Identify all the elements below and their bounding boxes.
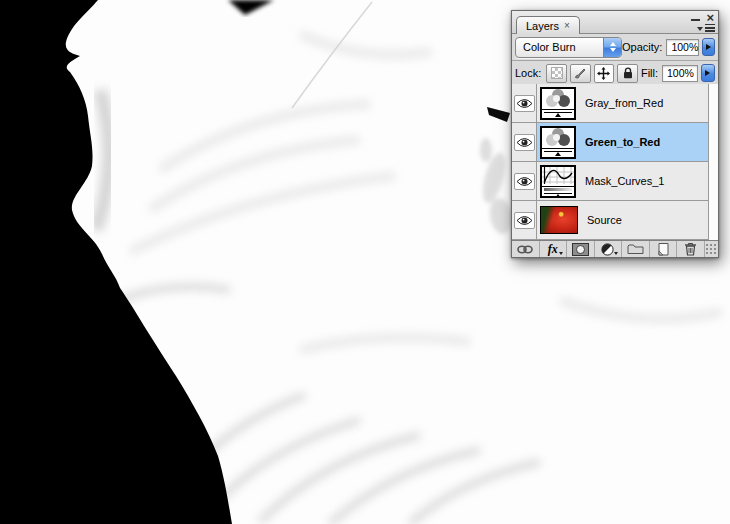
new-layer-icon <box>656 242 669 256</box>
link-layers-button[interactable] <box>512 241 540 257</box>
eye-icon <box>516 98 533 109</box>
curves-icon <box>542 167 574 184</box>
eye-toggle[interactable] <box>514 95 535 112</box>
panel-menu-button[interactable] <box>697 24 715 32</box>
folder-icon <box>627 243 644 255</box>
transparency-icon <box>551 67 563 79</box>
lock-all-button[interactable] <box>617 64 638 83</box>
chevron-down-icon <box>697 27 703 31</box>
layer-row-green-to-red[interactable]: Green_to_Red <box>512 123 708 162</box>
new-layer-button[interactable] <box>650 241 678 257</box>
eye-toggle[interactable] <box>514 212 535 229</box>
visibility-cell[interactable] <box>512 201 537 239</box>
visibility-cell[interactable] <box>512 162 537 200</box>
opacity-input[interactable]: 100% <box>666 39 699 56</box>
channel-mixer-thumbnail[interactable] <box>540 87 576 120</box>
fill-slider-button[interactable] <box>701 64 715 82</box>
channel-mixer-thumbnail[interactable] <box>540 126 576 159</box>
panel-controls: Color Burn Opacity: 100% Lock: <box>512 34 718 84</box>
close-icon[interactable]: × <box>706 13 714 23</box>
layer-style-button[interactable]: fx <box>540 241 568 257</box>
trash-icon <box>684 242 697 256</box>
layer-mask-icon <box>572 243 589 256</box>
tab-layers-label: Layers <box>526 20 559 32</box>
panel-tab-bar: Layers × × <box>512 11 718 34</box>
layer-row-mask-curves[interactable]: Mask_Curves_1 <box>512 162 708 201</box>
lock-position-button[interactable] <box>594 64 615 83</box>
resize-grip[interactable] <box>705 243 717 255</box>
eye-icon <box>516 176 533 187</box>
layer-row-source[interactable]: Source <box>512 201 708 240</box>
tab-layers[interactable]: Layers × <box>516 16 580 34</box>
menu-lines-icon <box>705 24 715 32</box>
opacity-slider-button[interactable] <box>702 38 715 56</box>
move-icon <box>597 67 610 80</box>
layer-name: Source <box>587 214 622 226</box>
lock-transparency-button[interactable] <box>546 64 567 83</box>
delete-layer-button[interactable] <box>677 241 705 257</box>
adjustment-layer-icon <box>601 243 614 256</box>
link-icon <box>517 245 533 254</box>
divider <box>512 60 718 61</box>
layer-name: Mask_Curves_1 <box>585 175 664 187</box>
new-group-button[interactable] <box>622 241 650 257</box>
eye-icon <box>516 215 533 226</box>
tab-close-icon[interactable]: × <box>564 20 570 31</box>
fill-input[interactable]: 100% <box>662 65 698 82</box>
chevron-down-icon <box>559 252 563 255</box>
fx-icon: fx <box>548 242 558 257</box>
lock-label: Lock: <box>515 67 546 79</box>
visibility-cell[interactable] <box>512 123 537 161</box>
new-adjustment-layer-button[interactable] <box>595 241 623 257</box>
layer-list: Gray_from_Red <box>512 84 718 240</box>
eye-toggle[interactable] <box>514 173 535 190</box>
chevron-down-icon <box>614 252 618 255</box>
layer-name: Gray_from_Red <box>585 97 663 109</box>
minimize-icon[interactable] <box>691 19 700 21</box>
window-controls: × <box>691 12 714 24</box>
blend-mode-value: Color Burn <box>516 41 603 53</box>
stepper-arrows-icon[interactable] <box>603 38 621 57</box>
add-layer-mask-button[interactable] <box>567 241 595 257</box>
lock-icon <box>623 67 633 79</box>
layers-panel: Layers × × Color Burn Opacity: <box>511 10 719 258</box>
layer-name: Green_to_Red <box>585 136 660 148</box>
fill-label: Fill: <box>641 67 662 79</box>
image-thumbnail[interactable] <box>540 206 578 234</box>
eye-icon <box>516 137 533 148</box>
blend-mode-select[interactable]: Color Burn <box>515 37 622 58</box>
lock-pixels-button[interactable] <box>570 64 591 83</box>
eye-toggle[interactable] <box>514 134 535 151</box>
visibility-cell[interactable] <box>512 84 537 122</box>
curves-thumbnail[interactable] <box>540 165 576 198</box>
brush-icon <box>574 67 586 79</box>
layer-row-gray-from-red[interactable]: Gray_from_Red <box>512 84 708 123</box>
panel-toolbar: fx <box>512 240 718 257</box>
photoshop-canvas: Layers × × Color Burn Opacity: <box>0 0 730 524</box>
opacity-label: Opacity: <box>622 41 666 53</box>
scrollbar-track[interactable] <box>708 84 718 240</box>
